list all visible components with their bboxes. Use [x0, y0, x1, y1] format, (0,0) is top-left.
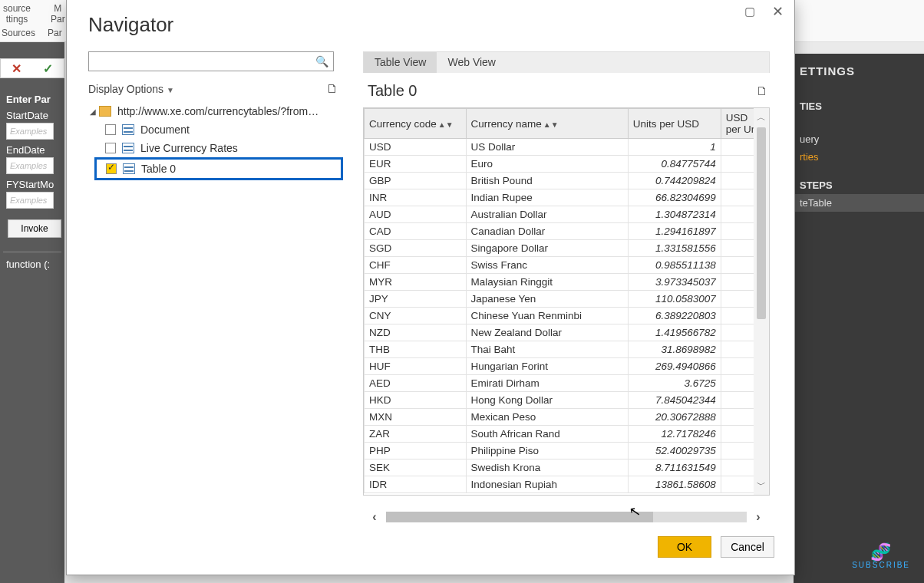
table-row[interactable]: CHFSwiss Franc0.9855111381.: [365, 257, 769, 274]
ok-button[interactable]: OK: [658, 536, 711, 558]
table-row[interactable]: SGDSingapore Dollar1.3315815560.: [365, 240, 769, 257]
table-row[interactable]: HKDHong Kong Dollar7.8450423440.: [365, 392, 769, 409]
checkbox[interactable]: [106, 163, 117, 174]
table-row[interactable]: AEDEmirati Dirham3.67250.: [365, 375, 769, 392]
cancel-formula-icon[interactable]: ✕: [12, 61, 21, 76]
cell-units: 0.744209824: [628, 173, 721, 189]
applied-step-item[interactable]: teTable: [794, 194, 924, 212]
vertical-scrollbar[interactable]: ︿ ﹀: [754, 108, 769, 495]
table-icon: [122, 124, 134, 135]
ribbon-source-label: sourcettings: [3, 3, 31, 25]
cell-currency-name: South African Rand: [466, 426, 628, 443]
cell-units: 6.389220803: [628, 308, 721, 324]
cell-units: 20.30672888: [628, 409, 721, 426]
cell-units: 269.4940866: [628, 358, 721, 375]
tree-item-live-currency-rates[interactable]: Live Currency Rates: [88, 139, 338, 157]
scroll-down-icon[interactable]: ﹀: [754, 476, 769, 495]
table-row[interactable]: NZDNew Zealand Dollar1.4195667820.: [365, 324, 769, 341]
table-row[interactable]: JPYJapanese Yen110.05830070.: [365, 291, 769, 308]
dialog-titlebar: ▢ ✕: [67, 0, 794, 36]
search-input[interactable]: 🔍: [88, 51, 334, 71]
cell-currency-code: CHF: [365, 257, 467, 274]
table-row[interactable]: CNYChinese Yuan Renminbi6.3892208030.: [365, 308, 769, 324]
table-row[interactable]: HUFHungarian Forint269.49408660.: [365, 358, 769, 375]
cell-currency-code: MXN: [365, 409, 467, 426]
table-row[interactable]: AUDAustralian Dollar1.3048723140.: [365, 206, 769, 223]
separator: [3, 252, 61, 252]
cell-currency-code: ZAR: [365, 426, 467, 443]
tab-table-view[interactable]: Table View: [364, 52, 437, 73]
cell-currency-code: THB: [365, 341, 467, 358]
parameter-pane: Enter Par StartDate Examples EndDate Exa…: [0, 84, 64, 583]
subscribe-watermark: 🧬 SUBSCRIBE: [852, 544, 910, 569]
cell-currency-code: MYR: [365, 274, 467, 291]
cell-units: 12.7178246: [628, 426, 721, 443]
table-row[interactable]: IDRIndonesian Rupiah13861.58608: [365, 476, 769, 493]
cancel-button[interactable]: Cancel: [721, 536, 774, 558]
cell-currency-code: INR: [365, 189, 467, 206]
applied-steps-header: STEPS: [794, 176, 924, 194]
formula-bar-controls: ✕ ✓: [0, 58, 64, 78]
table-row[interactable]: USDUS Dollar1: [365, 139, 769, 156]
table-row[interactable]: CADCanadian Dollar1.2941618970.: [365, 223, 769, 240]
search-icon: 🔍: [315, 55, 328, 68]
scroll-thumb[interactable]: [757, 127, 766, 319]
cell-currency-name: Swedish Krona: [466, 459, 628, 476]
table-row[interactable]: EUREuro0.847757441.: [365, 156, 769, 173]
horizontal-scrollbar[interactable]: ‹ ›: [363, 508, 770, 526]
scroll-right-icon[interactable]: ›: [747, 510, 770, 524]
table-row[interactable]: PHPPhilippine Piso52.400297350.: [365, 443, 769, 459]
scroll-up-icon[interactable]: ︿: [754, 108, 769, 127]
cell-currency-name: Indonesian Rupiah: [466, 476, 628, 493]
cell-units: 1.331581556: [628, 240, 721, 257]
folder-icon: [99, 106, 111, 117]
cell-currency-name: Indian Rupee: [466, 189, 628, 206]
tree-item-label: Document: [140, 124, 190, 136]
column-header-currency-code[interactable]: Currency code▲▼: [365, 109, 467, 139]
accept-formula-icon[interactable]: ✓: [43, 61, 53, 76]
table-row[interactable]: SEKSwedish Krona8.711631549: [365, 459, 769, 476]
cell-currency-code: HKD: [365, 392, 467, 409]
all-properties-link[interactable]: rties: [794, 148, 924, 166]
table-icon: [122, 143, 134, 153]
collapse-icon[interactable]: ◢: [90, 107, 99, 116]
tab-web-view[interactable]: Web View: [437, 52, 507, 73]
cell-currency-name: British Pound: [466, 173, 628, 189]
table-row[interactable]: MXNMexican Peso20.306728880.: [365, 409, 769, 426]
cell-currency-code: GBP: [365, 173, 467, 189]
fystart-input[interactable]: Examples: [6, 192, 54, 209]
checkbox[interactable]: [105, 124, 116, 135]
cell-currency-name: New Zealand Dollar: [466, 324, 628, 341]
invoke-button[interactable]: Invoke: [8, 219, 61, 238]
cell-currency-name: Canadian Dollar: [466, 223, 628, 240]
cell-currency-name: Singapore Dollar: [466, 240, 628, 257]
startdate-input[interactable]: Examples: [6, 123, 54, 140]
tree-item-document[interactable]: Document: [88, 120, 338, 139]
checkbox[interactable]: [105, 143, 116, 153]
close-button[interactable]: ✕: [767, 2, 788, 21]
tree-root-url[interactable]: ◢ http://www.xe.com/currencytables/?from…: [88, 102, 338, 120]
scroll-left-icon[interactable]: ‹: [363, 510, 386, 524]
tree-item-table-0[interactable]: Table 0: [94, 157, 343, 180]
fystart-label: FYStartMo: [6, 179, 61, 190]
h-scroll-thumb[interactable]: [386, 512, 653, 522]
enddate-input[interactable]: Examples: [6, 157, 54, 174]
cell-units: 52.40029735: [628, 443, 721, 459]
export-icon[interactable]: 🗋: [756, 84, 768, 98]
table-row[interactable]: INRIndian Rupee66.823046990.: [365, 189, 769, 206]
table-row[interactable]: THBThai Baht31.86989820.: [365, 341, 769, 358]
refresh-icon[interactable]: 🗋: [326, 82, 338, 96]
column-header-currency-name[interactable]: Currency name▲▼: [466, 109, 628, 139]
display-options-dropdown[interactable]: Display Options▼: [88, 82, 174, 96]
cell-currency-name: Japanese Yen: [466, 291, 628, 308]
cell-currency-code: HUF: [365, 358, 467, 375]
cell-currency-name: Malaysian Ringgit: [466, 274, 628, 291]
cell-units: 3.973345037: [628, 274, 721, 291]
table-row[interactable]: MYRMalaysian Ringgit3.9733450370.: [365, 274, 769, 291]
table-row[interactable]: ZARSouth African Rand12.7178246: [365, 426, 769, 443]
table-row[interactable]: GBPBritish Pound0.7442098241.: [365, 173, 769, 189]
column-header-units-per-usd[interactable]: Units per USD: [628, 109, 721, 139]
cell-currency-code: AED: [365, 375, 467, 392]
maximize-button[interactable]: ▢: [739, 2, 761, 21]
startdate-label: StartDate: [6, 110, 61, 121]
